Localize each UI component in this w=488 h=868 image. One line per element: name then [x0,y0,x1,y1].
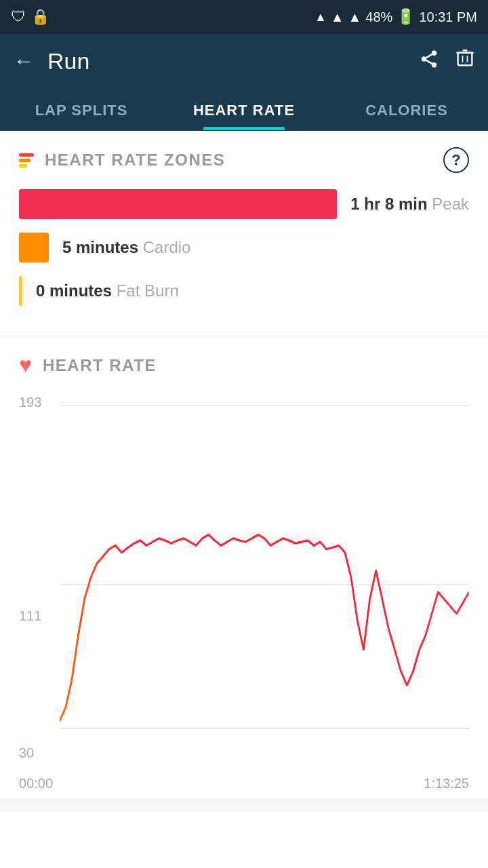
lock-icon: 🔒 [31,8,49,26]
tab-lap-splits[interactable]: LAP SPLITS [0,88,163,130]
status-left: 🛡 🔒 [11,8,49,26]
zone-fatburn-text: 0 minutes Fat Burn [36,281,179,300]
zone-peak-bar-container [19,189,337,219]
time-display: 10:31 PM [419,9,477,25]
y-label-mid: 111 [19,608,41,624]
y-label-max: 193 [19,395,41,410]
zone-fatburn-bar [19,276,22,306]
heart-rate-svg [60,391,469,764]
app-bar-actions [419,49,474,74]
zones-icon [19,153,34,167]
wifi-icon: ▲ [314,10,327,24]
status-bar: 🛡 🔒 ▲ ▲ ▲ 48% 🔋 10:31 PM [0,0,488,34]
zone-cardio-label: Cardio [143,238,191,256]
hr-header: ♥ HEART RATE [19,353,469,378]
svg-rect-5 [458,52,472,64]
zone-peak-label: Peak [432,195,469,213]
back-button[interactable]: ← [14,50,34,73]
svg-line-4 [426,54,432,58]
zone-peak: 1 hr 8 min Peak [19,189,469,219]
zone-peak-text: 1 hr 8 min Peak [350,195,469,214]
heart-rate-zones-section: HEART RATE ZONES ? 1 hr 8 min Peak 5 min… [0,131,488,336]
svg-point-0 [432,50,437,56]
heart-rate-chart-section: ♥ HEART RATE 193 111 30 00:00 1:13:25 [0,336,488,798]
zones-title: HEART RATE ZONES [45,151,225,170]
chart-container: 193 111 30 00:00 1:13:25 [19,391,469,798]
signal-icon: ▲ [331,9,344,25]
zone-peak-time: 1 hr 8 min [350,195,427,213]
svg-point-2 [432,62,437,68]
tab-bar: LAP SPLITS HEART RATE CALORIES [0,88,488,131]
y-label-min: 30 [19,745,34,761]
zone-fatburn-label: Fat Burn [117,281,179,300]
page-title: Run [47,48,419,75]
zone-peak-bar [19,189,337,219]
hr-chart-title: HEART RATE [43,356,157,375]
x-label-end: 1:13:25 [424,776,469,791]
zone-fatburn-time: 0 minutes [36,281,112,300]
shield-icon: 🛡 [11,8,26,26]
svg-point-1 [422,56,427,62]
zone-cardio-text: 5 minutes Cardio [62,238,190,257]
hr-line [60,535,469,722]
heart-icon: ♥ [19,353,32,378]
zone-cardio-time: 5 minutes [62,238,138,256]
svg-line-3 [426,60,432,63]
help-button[interactable]: ? [443,147,469,173]
delete-button[interactable] [455,49,474,74]
share-button[interactable] [419,49,439,74]
battery-icon: 🔋 [396,8,415,26]
app-bar: ← Run [0,34,488,88]
content: HEART RATE ZONES ? 1 hr 8 min Peak 5 min… [0,131,488,812]
x-label-start: 00:00 [19,776,53,791]
tab-heart-rate[interactable]: HEART RATE [163,88,325,130]
signal-icon2: ▲ [348,9,362,25]
zone-fatburn: 0 minutes Fat Burn [19,276,469,306]
zone-cardio-bar [19,233,49,262]
chart-inner [60,391,469,764]
zone-cardio: 5 minutes Cardio [19,233,469,262]
zones-header: HEART RATE ZONES ? [19,147,469,173]
battery-percent: 48% [365,9,392,25]
zones-title-group: HEART RATE ZONES [19,151,225,170]
status-right: ▲ ▲ ▲ 48% 🔋 10:31 PM [314,8,477,26]
tab-calories[interactable]: CALORIES [325,88,488,130]
